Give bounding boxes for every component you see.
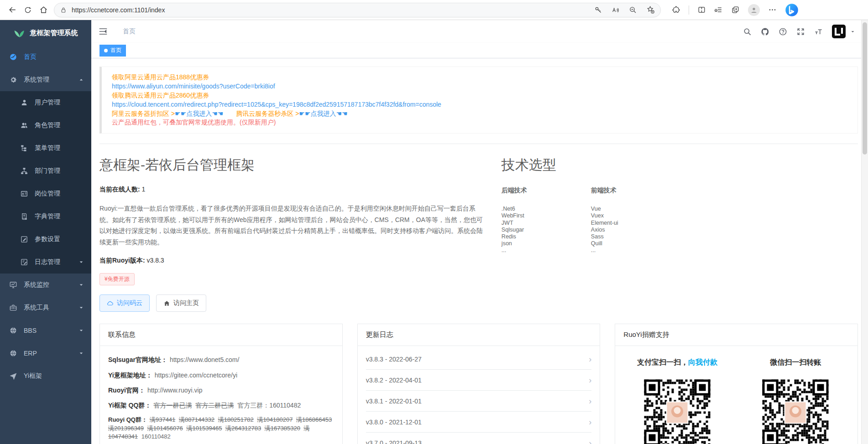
bing-copilot-icon[interactable] [785,3,799,17]
changelog-row[interactable]: v3.8.2 - 2022-04-01› [366,370,592,391]
sidebar-item-system[interactable]: 系统管理 [0,68,91,91]
paper-plane-icon [9,372,17,380]
zoom-out-icon[interactable] [629,6,637,14]
sidebar-item-menus[interactable]: 菜单管理 [0,137,91,160]
id-badge-icon [20,190,28,198]
menu-tree-icon [20,144,28,152]
aliyun-link[interactable]: https://www.aliyun.com/minisite/goods?us… [112,82,847,91]
sidebar-item-erp[interactable]: ERP [0,342,91,365]
sidebar-item-label: 部门管理 [35,167,60,175]
contact-row: Sqlsugar官网地址：https://www.donet5.com/ [108,355,334,364]
chevron-down-icon [78,305,84,310]
chevron-up-icon [78,77,84,83]
sidebar-item-yi-framework[interactable]: Yi框架 [0,365,91,387]
dictionary-book-icon [20,212,28,221]
password-key-icon[interactable] [594,6,602,14]
alipay-qr-code [643,378,711,444]
site-lock-icon[interactable] [60,6,67,14]
tab-actions-icon[interactable] [731,5,740,14]
sidebar-item-dictionary[interactable]: 字典管理 [0,205,91,228]
tencent-enter-link[interactable]: ☛☛点我进入☚☚ [299,110,347,117]
app-logo[interactable]: 意框架管理系统 [0,20,91,46]
sidebar-item-label: 字典管理 [35,212,60,221]
sidebar-item-users[interactable]: 用户管理 [0,91,91,114]
user-avatar-logo[interactable] [832,25,846,38]
toolbar-divider [689,5,689,15]
tech-item: Vue [591,206,680,212]
browser-back-button[interactable] [5,2,20,18]
users-icon [20,121,28,129]
sidebar: 意框架管理系统 首页 系统管理 用户管理 角色管理 菜单管理 [0,20,91,444]
sidebar-item-departments[interactable]: 部门管理 [0,160,91,182]
tab-home[interactable]: 首页 [99,45,126,57]
sidebar-item-tools[interactable]: 系统工具 [0,296,91,319]
github-icon[interactable] [761,27,769,36]
chevron-right-icon: › [589,397,591,405]
notice-text: 腾讯云服务器秒杀区 > [223,110,299,117]
browser-profile-avatar[interactable] [748,4,760,16]
struck-value: 满186866453 [296,416,332,423]
alipay-pay-link[interactable]: 向我付款 [688,358,717,366]
dashboard-icon [9,53,17,61]
sidebar-item-posts[interactable]: 岗位管理 [0,182,91,205]
online-count-value: 1 [142,186,146,193]
tech-item: JWT [502,220,591,227]
sidebar-item-parameters[interactable]: 参数设置 [0,228,91,251]
contact-value: https://www.donet5.com/ [170,356,240,363]
sidebar-item-label: 系统工具 [24,304,49,312]
version-value: v3.8.3 [146,257,164,264]
collections-icon[interactable] [714,5,723,14]
tech-item: Axios [591,227,680,233]
system-submenu: 用户管理 角色管理 菜单管理 部门管理 岗位管理 字典管理 [0,91,91,274]
tech-item: ... [591,247,680,254]
sidebar-toggle-icon[interactable] [98,26,108,36]
changelog-row[interactable]: v3.8.0 - 2021-12-01› [366,412,592,433]
chevron-down-icon [78,259,84,265]
sidebar-item-roles[interactable]: 角色管理 [0,114,91,137]
favorite-star-icon[interactable] [646,5,655,14]
wechat-qr-code [761,378,830,444]
struck-value: 满167385320 [265,425,300,432]
struck-value: 满104180207 [257,416,293,423]
breadcrumb[interactable]: 首页 [123,27,136,36]
read-aloud-icon[interactable] [612,6,620,14]
page-scrollbar[interactable] [861,20,868,444]
sidebar-item-home[interactable]: 首页 [0,46,91,68]
split-screen-icon[interactable] [697,5,706,14]
font-size-icon[interactable] [814,27,823,36]
donate-card: RuoYi捐赠支持 支付宝扫一扫，向我付款 微信扫一扫转账 [615,324,858,444]
tencent-link[interactable]: https://cloud.tencent.com/redirect.php?r… [112,100,847,109]
changelog-card-body: v3.8.3 - 2022-06-27›v3.8.2 - 2022-04-01›… [358,346,600,444]
url-text[interactable]: https://ccnetcore.com:1101/index [72,6,594,14]
help-icon[interactable] [779,27,787,36]
tech-item: json [502,240,591,247]
search-icon[interactable] [743,27,752,36]
user-menu-caret-icon[interactable] [850,29,855,34]
changelog-row[interactable]: v3.8.3 - 2022-06-27› [366,349,592,370]
browser-menu-icon[interactable] [768,5,777,14]
changelog-row[interactable]: v3.8.1 - 2022-01-01› [366,391,592,412]
visit-gitee-button[interactable]: 访问码云 [99,294,150,312]
monitor-icon [9,281,17,289]
changelog-entry-text: v3.8.3 - 2022-06-27 [366,356,422,363]
browser-refresh-button[interactable] [20,2,36,18]
changelog-row[interactable]: v3.7.0 - 2021-09-13› [366,433,592,444]
sidebar-item-bbs[interactable]: BBS [0,319,91,342]
fullscreen-icon[interactable] [796,27,805,36]
visit-homepage-button[interactable]: 访问主页 [156,294,206,312]
scrollbar-thumb[interactable] [863,22,867,155]
extensions-icon[interactable] [672,5,680,14]
browser-home-button[interactable] [36,2,51,18]
notice-line: 领取阿里云通用云产品1888优惠券 [112,73,847,82]
frontend-tech-title: 前端技术 [591,186,680,195]
address-bar[interactable]: https://ccnetcore.com:1101/index [54,3,661,17]
struck-value: 满101539465 [186,425,222,432]
top-navbar: 首页 [91,20,868,43]
aliyun-enter-link[interactable]: ☛☛点我进入☚☚ [175,110,223,117]
sidebar-item-label: 日志管理 [35,258,60,266]
sidebar-item-logs[interactable]: 日志管理 [0,251,91,274]
sidebar-item-label: Yi框架 [24,372,42,380]
struck-value: 满201396349 [108,425,144,432]
sidebar-item-monitor[interactable]: 系统监控 [0,274,91,296]
notice-line: 阿里云服务器折扣区 >☛☛点我进入☚☚ 腾讯云服务器秒杀区 >☛☛点我进入☚☚ [112,109,847,119]
